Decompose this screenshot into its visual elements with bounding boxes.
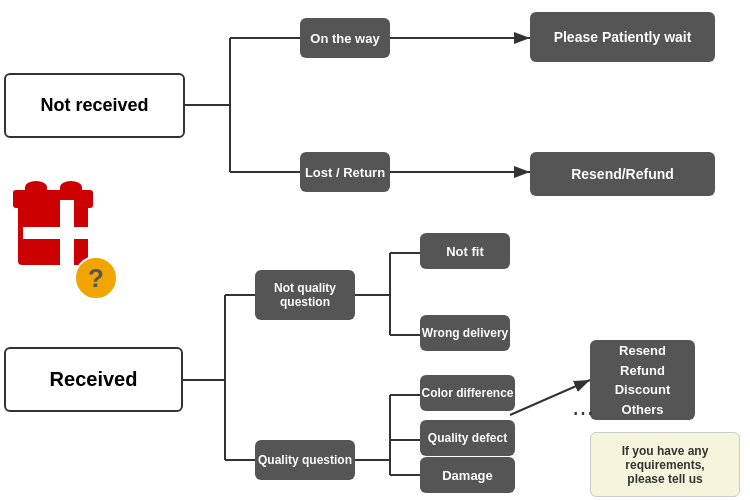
not-quality-node: Not quality question xyxy=(255,270,355,320)
result-options-node: Resend Refund Discount Others xyxy=(590,340,695,420)
resend-refund-node: Resend/Refund xyxy=(530,152,715,196)
received-node: Received xyxy=(4,347,183,412)
diagram: Not received On the way Please Patiently… xyxy=(0,0,750,500)
wrong-delivery-node: Wrong delivery xyxy=(420,315,510,351)
color-difference-node: Color difference xyxy=(420,375,515,411)
requirements-node: If you have any requirements, please tel… xyxy=(590,432,740,497)
lost-return-node: Lost / Return xyxy=(300,152,390,192)
gift-box xyxy=(18,200,88,265)
on-the-way-node: On the way xyxy=(300,18,390,58)
gift-ribbon-v xyxy=(60,200,74,283)
gift-icon: ? xyxy=(8,190,118,300)
quality-question-node: Quality question xyxy=(255,440,355,480)
not-fit-node: Not fit xyxy=(420,233,510,269)
not-received-node: Not received xyxy=(4,73,185,138)
quality-defect-node: Quality defect xyxy=(420,420,515,456)
damage-node: Damage xyxy=(420,457,515,493)
question-badge: ? xyxy=(74,256,118,300)
please-wait-node: Please Patiently wait xyxy=(530,12,715,62)
dots: ⋯ xyxy=(572,400,596,426)
